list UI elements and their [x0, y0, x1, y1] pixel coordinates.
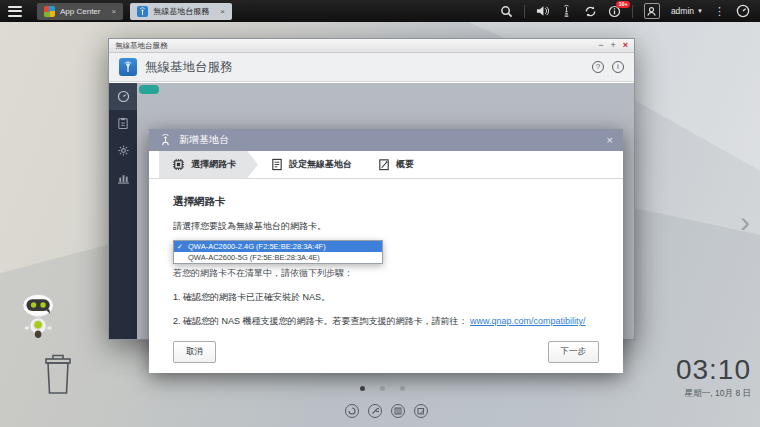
divider	[524, 5, 525, 18]
step-label: 選擇網路卡	[191, 158, 236, 171]
close-tab-icon[interactable]: ×	[111, 7, 116, 16]
app-header: 無線基地台服務 ? i	[109, 53, 634, 82]
note-text: 若您的網路卡不在清單中，請依循下列步驟：	[173, 267, 599, 280]
wireless-ap-app-icon	[119, 58, 137, 76]
hint-step-2: 2. 確認您的 NAS 機種支援您的網路卡。若要查詢支援的網路卡，請前往： ww…	[173, 315, 599, 328]
cancel-button[interactable]: 取消	[173, 341, 216, 363]
tab-label: 無線基地台服務	[153, 6, 209, 17]
user-menu[interactable]: admin ▼	[671, 6, 703, 16]
step-label: 概要	[396, 158, 414, 171]
layout-columns-icon[interactable]	[391, 404, 405, 418]
notification-badge: 10+	[616, 1, 630, 9]
compatibility-link[interactable]: www.qnap.com/compatibility/	[470, 316, 586, 326]
search-icon[interactable]	[500, 5, 513, 18]
app-title: 無線基地台服務	[145, 59, 233, 76]
wizard-step-select-nic[interactable]: 選擇網路卡	[159, 151, 258, 179]
status-toggle	[139, 85, 159, 94]
clock-date: 星期一, 10月 8 日	[676, 388, 751, 400]
instruction-text: 請選擇您要設為無線基地台的網路卡。	[173, 220, 599, 233]
desktop-pager	[360, 386, 405, 391]
clock-time: 03:10	[676, 355, 751, 386]
nic-dropdown[interactable]: ✓ QWA-AC2600-2.4G (F2:5E:BE:28:3A:4F) QW…	[173, 240, 383, 264]
volume-icon[interactable]	[536, 5, 549, 17]
background-tasks-icon[interactable]	[584, 5, 597, 18]
desktop-dock	[345, 404, 428, 418]
gesture-icon[interactable]	[345, 404, 359, 418]
wizard-step-configure-ap[interactable]: 設定無線基地台	[258, 151, 365, 179]
next-desktop-chevron-icon[interactable]: ›	[740, 205, 750, 239]
minimize-button[interactable]: −	[598, 41, 603, 50]
wizard-footer: 取消 下一步	[149, 339, 623, 373]
summary-icon	[378, 158, 390, 171]
nic-option-label: QWA-AC2600-2.4G (F2:5E:BE:28:3A:4F)	[188, 242, 326, 251]
about-icon[interactable]: i	[612, 61, 624, 73]
window-body-dimmed: 新增基地台 × 選擇網路卡 設定無線基地台 概要 選擇網路卡	[109, 83, 634, 339]
content-heading: 選擇網路卡	[173, 195, 599, 209]
wizard-content: 選擇網路卡 請選擇您要設為無線基地台的網路卡。 ✓ QWA-AC2600-2.4…	[149, 179, 623, 339]
help-icon[interactable]: ?	[592, 61, 604, 73]
pager-dot[interactable]	[380, 386, 385, 391]
wizard-header: 新增基地台 ×	[149, 129, 623, 151]
desktop-clock: 03:10 星期一, 10月 8 日	[676, 355, 751, 400]
close-window-button[interactable]: ×	[623, 41, 628, 50]
chevron-down-icon: ▼	[697, 8, 703, 14]
wireless-ap-window: 無線基地台服務 − + × 無線基地台服務 ? i	[108, 38, 635, 340]
close-tab-icon[interactable]: ×	[220, 7, 225, 16]
user-icon[interactable]	[644, 3, 660, 19]
window-titlebar[interactable]: 無線基地台服務 − + ×	[109, 39, 634, 53]
notifications-icon[interactable]: 10+	[608, 5, 621, 18]
tools-icon[interactable]	[368, 404, 382, 418]
settings-doc-icon	[271, 158, 283, 171]
taskbar: App Center × 無線基地台服務 × 10+ a	[0, 0, 760, 22]
window-title: 無線基地台服務	[115, 41, 168, 51]
username-label: admin	[671, 6, 694, 16]
taskbar-tab-app-center[interactable]: App Center ×	[37, 3, 123, 20]
more-menu-icon[interactable]: ⋮	[714, 6, 725, 17]
sidebar-item-overview[interactable]	[109, 83, 137, 110]
step-label: 設定無線基地台	[289, 158, 352, 171]
basestation-icon	[159, 134, 172, 147]
next-button[interactable]: 下一步	[548, 341, 600, 363]
sidebar-item-settings[interactable]	[109, 137, 137, 164]
chip-icon	[172, 158, 185, 171]
divider	[632, 5, 633, 18]
wireless-ap-app-icon	[137, 6, 148, 17]
nic-option[interactable]: QWA-AC2600-5G (F2:5E:BE:28:3A:4E)	[174, 252, 382, 263]
wizard-steps: 選擇網路卡 設定無線基地台 概要	[149, 151, 623, 179]
close-wizard-icon[interactable]: ×	[607, 134, 613, 146]
nic-option-label: QWA-AC2600-5G (F2:5E:BE:28:3A:4E)	[188, 253, 320, 262]
broadcast-tower-icon[interactable]	[560, 5, 573, 18]
maximize-button[interactable]: +	[610, 41, 615, 50]
wizard-step-summary[interactable]: 概要	[365, 151, 427, 179]
check-icon: ✓	[177, 243, 183, 251]
pager-dot-active[interactable]	[360, 386, 365, 391]
add-basestation-wizard: 新增基地台 × 選擇網路卡 設定無線基地台 概要 選擇網路卡	[149, 129, 623, 373]
resource-monitor-icon[interactable]	[736, 4, 750, 18]
sidebar-item-basestation[interactable]	[109, 110, 137, 137]
recycle-bin-icon[interactable]	[40, 352, 76, 400]
app-sidebar	[109, 83, 137, 339]
qnap-mascot[interactable]	[12, 292, 66, 350]
nic-option-selected[interactable]: ✓ QWA-AC2600-2.4G (F2:5E:BE:28:3A:4F)	[174, 241, 382, 252]
pager-dot[interactable]	[400, 386, 405, 391]
hint-step-2-text: 2. 確認您的 NAS 機種支援您的網路卡。若要查詢支援的網路卡，請前往：	[173, 316, 468, 326]
taskbar-tab-wireless-ap[interactable]: 無線基地台服務 ×	[130, 3, 232, 20]
app-center-icon	[44, 6, 55, 17]
main-menu-icon[interactable]	[0, 0, 30, 22]
wizard-title: 新增基地台	[179, 133, 229, 147]
hint-step-1: 1. 確認您的網路卡已正確安裝於 NAS。	[173, 291, 599, 304]
tab-label: App Center	[60, 7, 100, 16]
sidebar-item-statistics[interactable]	[109, 164, 137, 191]
notes-icon[interactable]	[414, 404, 428, 418]
